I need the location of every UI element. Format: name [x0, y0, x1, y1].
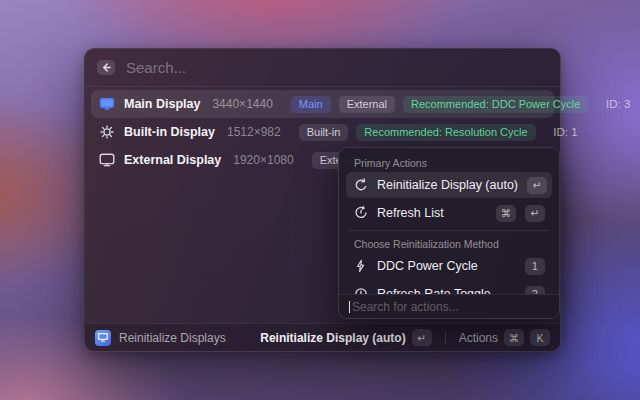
- display-id: ID: 1: [550, 126, 578, 138]
- action-label: Refresh Rate Toggle: [377, 287, 516, 294]
- actions-search-bar[interactable]: Search for actions...: [339, 294, 559, 318]
- display-name: External Display: [124, 153, 221, 167]
- builtin-display-icon: [99, 125, 115, 139]
- display-id: ID: 3: [602, 98, 630, 110]
- actions-menu-button[interactable]: Actions ⌘ K: [459, 329, 550, 346]
- action-label: DDC Power Cycle: [377, 259, 516, 273]
- tag-main: Main: [291, 96, 331, 113]
- keycap-return: ↵: [527, 177, 547, 194]
- action-reinitialize-display-auto[interactable]: Reinitialize Display (auto) ↵: [346, 172, 552, 198]
- actions-menu-label: Actions: [459, 331, 498, 345]
- keycap-cmd: ⌘: [496, 205, 516, 222]
- keycap-2: 2: [525, 286, 545, 295]
- action-ddc-power-cycle[interactable]: DDC Power Cycle 1: [346, 253, 552, 279]
- section-header-reinit-method: Choose Reinitialization Method: [346, 235, 552, 253]
- keycap-return: ↵: [525, 205, 545, 222]
- search-input[interactable]: Search...: [126, 59, 186, 76]
- search-bar: Search...: [85, 49, 560, 87]
- action-refresh-list[interactable]: Refresh List ⌘ ↵: [346, 200, 552, 226]
- display-icon: [99, 97, 115, 111]
- bolt-icon: [353, 259, 368, 273]
- display-resolution: 3440×1440: [212, 97, 272, 111]
- footer-divider: [445, 331, 446, 344]
- keycap-1: 1: [525, 258, 545, 275]
- keycap-k: K: [530, 329, 550, 346]
- back-button[interactable]: [97, 60, 115, 75]
- panel-divider: [348, 230, 550, 231]
- actions-popup: Primary Actions Reinitialize Display (au…: [338, 147, 560, 319]
- tag-recommended: Recommended: DDC Power Cycle: [403, 96, 588, 113]
- refresh-icon: [353, 206, 368, 220]
- section-header-primary-actions: Primary Actions: [346, 154, 552, 172]
- list-item-builtin-display[interactable]: Built-in Display 1512×982 Built-in Recom…: [91, 118, 554, 146]
- clock-icon: [353, 287, 368, 294]
- app-icon: [95, 330, 111, 346]
- arrow-left-icon: [101, 62, 112, 73]
- launcher-window: Search... Main Display 3440×1440 Main Ex…: [84, 48, 561, 352]
- action-label: Reinitialize Display (auto): [377, 178, 518, 192]
- keycap-return: ↵: [412, 329, 432, 346]
- actions-list: Primary Actions Reinitialize Display (au…: [339, 148, 559, 294]
- rotate-clockwise-icon: [353, 178, 368, 192]
- list-item-main-display[interactable]: Main Display 3440×1440 Main External Rec…: [91, 90, 554, 118]
- text-caret: [349, 301, 350, 313]
- tag-recommended: Recommended: Resolution Cycle: [356, 124, 535, 141]
- action-label: Refresh List: [377, 206, 487, 220]
- footer-bar: Reinitialize Displays Reinitialize Displ…: [85, 323, 560, 351]
- tag-builtin: Built-in: [299, 124, 349, 141]
- display-resolution: 1512×982: [227, 125, 281, 139]
- tag-external: External: [339, 96, 395, 113]
- footer-app-name: Reinitialize Displays: [119, 331, 226, 345]
- display-resolution: 1920×1080: [233, 153, 293, 167]
- actions-search-input[interactable]: Search for actions...: [352, 300, 459, 314]
- action-refresh-rate-toggle[interactable]: Refresh Rate Toggle 2: [346, 281, 552, 294]
- footer-primary-action[interactable]: Reinitialize Display (auto) ↵: [260, 329, 431, 346]
- display-outline-icon: [99, 153, 115, 167]
- display-name: Built-in Display: [124, 125, 215, 139]
- display-name: Main Display: [124, 97, 200, 111]
- footer-primary-label: Reinitialize Display (auto): [260, 331, 405, 345]
- keycap-cmd: ⌘: [504, 329, 524, 346]
